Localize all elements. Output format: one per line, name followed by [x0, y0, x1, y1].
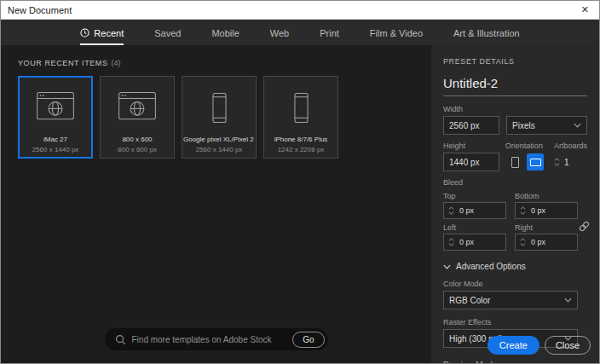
tab-label: Recent [94, 28, 124, 38]
artboards-stepper[interactable]: 1 [554, 158, 569, 167]
template-dimensions: 800 x 600 px [118, 146, 157, 153]
bleed-top-label: Top [443, 192, 506, 200]
bleed-right-stepper[interactable]: 0 px [515, 234, 578, 251]
template-cards: iMac 27 2560 x 1440 px 800 x 600 800 x 6… [18, 76, 338, 159]
phone-icon [212, 85, 227, 130]
bleed-bottom-stepper[interactable]: 0 px [515, 202, 578, 219]
color-mode-label: Color Mode [443, 280, 587, 288]
recent-items-panel: YOUR RECENT ITEMS(4) iMac 27 2560 x 1440… [1, 45, 431, 363]
tabbar: Recent Saved Mobile Web Print Film & Vid… [1, 20, 599, 45]
tab-saved[interactable]: Saved [154, 20, 181, 45]
template-name: 800 x 600 [122, 136, 152, 143]
close-icon[interactable]: ✕ [578, 4, 592, 15]
template-card-800x600[interactable]: 800 x 600 800 x 600 px [100, 76, 175, 159]
bleed-bottom-label: Bottom [515, 192, 578, 200]
stepper-arrows-icon [448, 238, 454, 246]
bleed-left-label: Left [443, 223, 506, 232]
tab-label: Web [270, 28, 289, 38]
tab-web[interactable]: Web [270, 20, 289, 45]
template-name: Google pixel XL/Pixel 2 XL [183, 136, 255, 143]
tab-mobile[interactable]: Mobile [211, 20, 239, 45]
tab-art-illustration[interactable]: Art & Illustration [453, 20, 520, 45]
chevron-down-icon [564, 298, 572, 303]
bleed-top-value: 0 px [459, 206, 474, 215]
search-icon [115, 334, 126, 345]
tab-label: Print [320, 28, 339, 38]
titlebar: New Document ✕ [1, 1, 599, 20]
tab-film-video[interactable]: Film & Video [370, 20, 423, 45]
phone-icon [294, 85, 309, 130]
template-dimensions: 2560 x 1440 px [32, 146, 79, 153]
stepper-arrows-icon [520, 206, 526, 215]
portrait-icon [511, 157, 519, 168]
tab-label: Art & Illustration [453, 28, 520, 38]
template-dimensions: 1242 x 2208 px [278, 146, 325, 153]
clock-icon [80, 28, 89, 38]
bleed-label: Bleed [443, 178, 587, 187]
template-card-google-pixel[interactable]: Google pixel XL/Pixel 2 XL 2560 x 1440 p… [182, 76, 257, 159]
artboards-label: Artboards [554, 142, 587, 150]
orientation-landscape-button[interactable] [527, 153, 544, 170]
stepper-arrows-icon [554, 158, 560, 166]
orientation-label: Orientation [505, 142, 554, 150]
bleed-left-stepper[interactable]: 0 px [443, 234, 506, 251]
advanced-options-label: Advanced Options [456, 262, 526, 271]
search-input[interactable] [132, 335, 293, 344]
monitor-globe-icon [36, 85, 75, 130]
new-document-dialog: New Document ✕ Recent Saved Mobile Web P… [0, 0, 600, 364]
color-mode-value: RGB Color [449, 296, 490, 305]
template-card-iphone[interactable]: iPhone 8/7/6 Plus 1242 x 2208 px [263, 76, 338, 159]
width-field[interactable] [443, 116, 499, 135]
chevron-down-icon [443, 264, 451, 269]
template-name: iPhone 8/7/6 Plus [274, 136, 328, 143]
close-button[interactable]: Close [545, 336, 591, 355]
recent-items-count: (4) [112, 59, 121, 67]
bleed-left-value: 0 px [459, 238, 474, 246]
create-button[interactable]: Create [488, 336, 539, 355]
go-button[interactable]: Go [292, 332, 324, 348]
landscape-icon [530, 159, 541, 166]
template-card-imac27[interactable]: iMac 27 2560 x 1440 px [18, 76, 93, 159]
bleed-right-value: 0 px [531, 238, 545, 246]
height-label: Height [443, 142, 505, 150]
adobe-stock-searchbar: Go [105, 328, 328, 350]
preview-mode-label: Preview Mode [443, 361, 587, 364]
stepper-arrows-icon [448, 206, 454, 215]
tab-label: Saved [154, 28, 181, 38]
bleed-bottom-value: 0 px [531, 206, 545, 215]
artboards-value: 1 [564, 158, 569, 167]
bleed-right-label: Right [515, 223, 578, 232]
tab-print[interactable]: Print [320, 20, 339, 45]
raster-effects-label: Raster Effects [443, 318, 587, 326]
window-title: New Document [8, 5, 578, 15]
height-field[interactable] [443, 153, 499, 171]
preset-details-heading: PRESET DETAILS [443, 57, 587, 66]
chevron-down-icon [574, 123, 581, 128]
template-name: iMac 27 [43, 136, 67, 143]
tab-label: Film & Video [370, 28, 423, 38]
preset-details-panel: PRESET DETAILS Width Pixels Height Orien… [431, 45, 599, 363]
units-dropdown[interactable]: Pixels [506, 116, 587, 135]
template-dimensions: 2560 x 1440 px [196, 146, 243, 153]
color-mode-dropdown[interactable]: RGB Color [443, 291, 578, 309]
link-bleed-values-icon[interactable] [578, 220, 591, 233]
units-value: Pixels [512, 121, 535, 130]
bleed-top-stepper[interactable]: 0 px [443, 202, 506, 219]
width-label: Width [443, 105, 587, 113]
monitor-globe-icon [118, 85, 157, 130]
orientation-portrait-button[interactable] [506, 153, 523, 170]
tab-label: Mobile [211, 28, 239, 38]
tab-recent[interactable]: Recent [80, 20, 124, 45]
recent-items-heading: YOUR RECENT ITEMS(4) [18, 59, 121, 67]
stepper-arrows-icon [520, 238, 526, 246]
advanced-options-toggle[interactable]: Advanced Options [443, 262, 587, 271]
document-name-field[interactable] [443, 76, 587, 96]
